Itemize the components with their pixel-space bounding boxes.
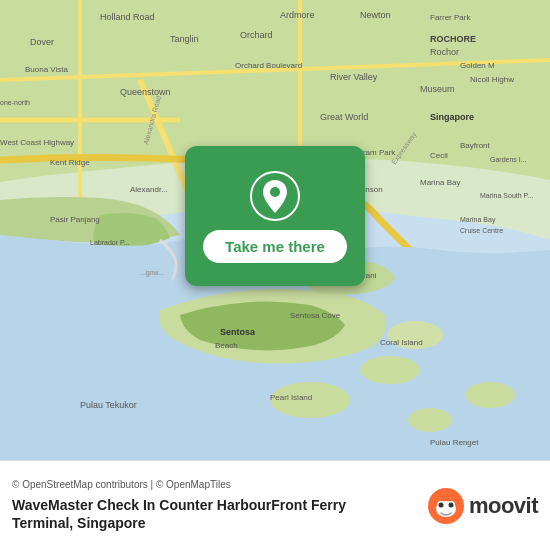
svg-text:Nicoll Highw: Nicoll Highw [470, 75, 514, 84]
svg-text:Tanglin: Tanglin [170, 34, 199, 44]
svg-text:River Valley: River Valley [330, 72, 378, 82]
svg-point-61 [448, 502, 453, 507]
svg-point-7 [408, 408, 452, 432]
svg-text:...gnw...: ...gnw... [140, 269, 164, 277]
svg-text:Coral Island: Coral Island [380, 338, 423, 347]
bottom-info: © OpenStreetMap contributors | © OpenMap… [12, 479, 427, 532]
svg-text:Cecil: Cecil [430, 151, 448, 160]
location-name: WaveMaster Check In Counter HarbourFront… [12, 496, 392, 532]
svg-text:Beach: Beach [215, 341, 238, 350]
svg-text:Orchard Boulevard: Orchard Boulevard [235, 61, 302, 70]
map-attribution: © OpenStreetMap contributors | © OpenMap… [12, 479, 427, 490]
svg-point-60 [438, 502, 443, 507]
svg-text:Pearl Island: Pearl Island [270, 393, 312, 402]
svg-text:Cruise Centre: Cruise Centre [460, 227, 503, 234]
take-me-there-button[interactable]: Take me there [203, 230, 347, 263]
map-container: Dover Holland Road Ardmore Newton Farrer… [0, 0, 550, 460]
svg-text:Newton: Newton [360, 10, 391, 20]
svg-text:Bayfront: Bayfront [460, 141, 491, 150]
moovit-brand-text: moovit [469, 493, 538, 519]
svg-text:Pulau Renget: Pulau Renget [430, 438, 479, 447]
bottom-bar: © OpenStreetMap contributors | © OpenMap… [0, 460, 550, 550]
svg-text:Farrer Park: Farrer Park [430, 13, 471, 22]
svg-point-8 [465, 382, 515, 408]
svg-text:West Coast Highway: West Coast Highway [0, 138, 74, 147]
svg-text:Singapore: Singapore [430, 112, 474, 122]
svg-text:Museum: Museum [420, 84, 455, 94]
svg-point-55 [270, 187, 280, 197]
svg-text:Golden M: Golden M [460, 61, 495, 70]
svg-text:Dover: Dover [30, 37, 54, 47]
svg-text:Gardens I...: Gardens I... [490, 156, 527, 163]
location-pin-icon [249, 170, 301, 222]
svg-point-6 [360, 356, 420, 384]
moovit-logo: moovit [427, 487, 538, 525]
svg-text:Great World: Great World [320, 112, 368, 122]
svg-text:Queenstown: Queenstown [120, 87, 171, 97]
svg-text:Sentosa Cove: Sentosa Cove [290, 311, 341, 320]
svg-text:Labrador P...: Labrador P... [90, 239, 130, 246]
svg-text:Ardmore: Ardmore [280, 10, 315, 20]
svg-text:Orchard: Orchard [240, 30, 273, 40]
svg-text:Rochor: Rochor [430, 47, 459, 57]
svg-text:Marina Bay: Marina Bay [420, 178, 460, 187]
svg-text:Marina South P...: Marina South P... [480, 192, 533, 199]
svg-text:Buona Vista: Buona Vista [25, 65, 69, 74]
svg-text:Alexandr...: Alexandr... [130, 185, 168, 194]
svg-text:Marina Bay: Marina Bay [460, 216, 496, 224]
svg-text:Pasir Panjang: Pasir Panjang [50, 215, 100, 224]
svg-text:Sentosa: Sentosa [220, 327, 256, 337]
svg-text:one-north: one-north [0, 99, 30, 106]
svg-text:Holland Road: Holland Road [100, 12, 155, 22]
svg-text:ROCHORE: ROCHORE [430, 34, 476, 44]
svg-text:Pulau Tekukor: Pulau Tekukor [80, 400, 137, 410]
svg-text:Kent Ridge: Kent Ridge [50, 158, 90, 167]
location-card: Take me there [185, 146, 365, 286]
moovit-mascot-icon [427, 487, 465, 525]
